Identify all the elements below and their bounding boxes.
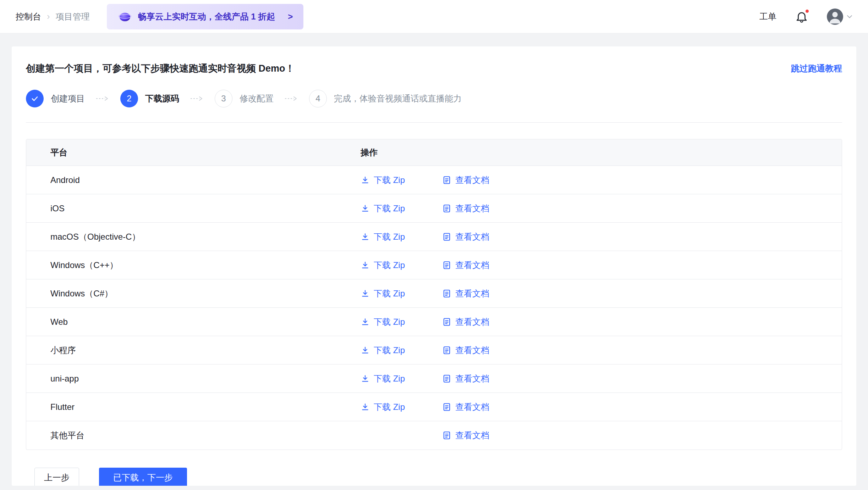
download-zip-label: 下载 Zip (374, 203, 405, 214)
card-footer: 上一步 已下载，下一步 (34, 468, 842, 486)
table-header-row: 平台 操作 (26, 139, 842, 166)
document-icon (442, 317, 451, 327)
view-docs-link[interactable]: 查看文档 (442, 345, 489, 356)
view-docs-link[interactable]: 查看文档 (442, 288, 489, 299)
document-icon (442, 431, 451, 440)
breadcrumb-separator-icon: › (47, 11, 50, 22)
avatar (827, 9, 843, 25)
view-docs-label: 查看文档 (455, 345, 489, 356)
operation-cell: 下载 Zip 查看文档 (361, 174, 842, 186)
download-icon (361, 374, 370, 383)
download-zip-link[interactable]: 下载 Zip (361, 174, 442, 186)
download-zip-link[interactable]: 下载 Zip (361, 288, 442, 299)
download-icon (361, 204, 370, 213)
download-icon (361, 232, 370, 241)
operation-cell: 下载 Zip 查看文档 (361, 203, 842, 214)
view-docs-label: 查看文档 (455, 260, 489, 271)
page: 创建第一个项目，可参考以下步骤快速跑通实时音视频 Demo！ 跳过跑通教程 创建… (0, 33, 868, 490)
download-zip-link[interactable]: 下载 Zip (361, 345, 442, 356)
view-docs-link[interactable]: 查看文档 (442, 373, 489, 384)
document-icon (442, 346, 451, 355)
operation-cell: 下载 Zip 查看文档 (361, 373, 842, 384)
step-create-project: 创建项目 (26, 90, 85, 107)
document-icon (442, 204, 451, 213)
download-zip-link[interactable]: 下载 Zip (361, 401, 442, 413)
download-zip-link[interactable]: 下载 Zip (361, 373, 442, 384)
operation-cell: 下载 Zip 查看文档 (361, 316, 842, 328)
download-zip-label: 下载 Zip (374, 231, 405, 243)
platform-name: Flutter (26, 402, 361, 412)
user-menu[interactable] (827, 9, 852, 25)
promo-banner-text: 畅享云上实时互动，全线产品 1 折起 (138, 11, 275, 22)
step-arrow-icon (190, 96, 204, 101)
step-arrow-icon (95, 96, 110, 101)
download-icon (361, 346, 370, 355)
download-zip-label: 下载 Zip (374, 373, 405, 384)
column-header-operation: 操作 (361, 147, 842, 158)
promo-planet-icon (117, 9, 132, 24)
guide-title: 创建第一个项目，可参考以下步骤快速跑通实时音视频 Demo！ (26, 62, 295, 75)
download-icon (361, 176, 370, 185)
step-label-modify-config: 修改配置 (240, 93, 274, 104)
view-docs-link[interactable]: 查看文档 (442, 316, 489, 328)
view-docs-label: 查看文档 (455, 316, 489, 328)
table-body: Android 下载 Zip 查看文档 iOS (26, 166, 842, 450)
download-zip-label: 下载 Zip (374, 260, 405, 271)
download-zip-label: 下载 Zip (374, 288, 405, 299)
breadcrumb: 控制台 › 项目管理 (16, 11, 90, 22)
step-download-source: 2 下载源码 (120, 90, 179, 107)
view-docs-link[interactable]: 查看文档 (442, 203, 489, 214)
download-zip-label: 下载 Zip (374, 345, 405, 356)
step-number-4: 4 (309, 90, 327, 107)
promo-banner[interactable]: 畅享云上实时互动，全线产品 1 折起 > (107, 4, 304, 29)
download-zip-link[interactable]: 下载 Zip (361, 260, 442, 271)
operation-cell: 下载 Zip 查看文档 (361, 401, 842, 413)
view-docs-link[interactable]: 查看文档 (442, 430, 489, 441)
skip-tutorial-link[interactable]: 跳过跑通教程 (791, 63, 842, 74)
download-zip-link[interactable]: 下载 Zip (361, 231, 442, 243)
step-modify-config: 3 修改配置 (215, 90, 274, 107)
document-icon (442, 232, 451, 241)
view-docs-label: 查看文档 (455, 373, 489, 384)
previous-step-button[interactable]: 上一步 (34, 468, 79, 486)
view-docs-label: 查看文档 (455, 430, 489, 441)
topbar-right: 工单 (759, 9, 852, 25)
platform-name: iOS (26, 204, 361, 213)
operation-cell: 下载 Zip 查看文档 (361, 430, 842, 441)
platform-name: uni-app (26, 374, 361, 384)
table-row: Flutter 下载 Zip 查看文档 (26, 393, 842, 421)
platform-table: 平台 操作 Android 下载 Zip 查看文档 iOS (26, 139, 842, 450)
download-zip-label: 下载 Zip (374, 401, 405, 413)
step-done-check-icon (26, 90, 44, 107)
ticket-link[interactable]: 工单 (759, 11, 776, 22)
downloaded-next-step-button[interactable]: 已下载，下一步 (99, 468, 187, 486)
download-icon (361, 317, 370, 327)
notification-bell-icon[interactable] (795, 10, 808, 23)
platform-name: 其他平台 (26, 430, 361, 441)
view-docs-link[interactable]: 查看文档 (442, 174, 489, 186)
notification-dot (804, 9, 810, 14)
chevron-down-icon (847, 15, 852, 18)
step-label-finish: 完成，体验音视频通话或直播能力 (334, 93, 462, 104)
view-docs-link[interactable]: 查看文档 (442, 231, 489, 243)
table-row: 其他平台 下载 Zip 查看文档 (26, 421, 842, 450)
view-docs-link[interactable]: 查看文档 (442, 401, 489, 413)
promo-banner-arrow: > (288, 12, 293, 22)
download-zip-link[interactable]: 下载 Zip (361, 203, 442, 214)
topbar: 控制台 › 项目管理 畅享云上实时互动，全线产品 1 折起 > 工单 (0, 0, 868, 33)
document-icon (442, 374, 451, 383)
view-docs-label: 查看文档 (455, 174, 489, 186)
table-row: iOS 下载 Zip 查看文档 (26, 194, 842, 223)
operation-cell: 下载 Zip 查看文档 (361, 288, 842, 299)
view-docs-link[interactable]: 查看文档 (442, 260, 489, 271)
platform-name: Windows（C++） (26, 260, 361, 271)
download-zip-link[interactable]: 下载 Zip (361, 316, 442, 328)
breadcrumb-item-console[interactable]: 控制台 (16, 11, 41, 22)
table-row: Android 下载 Zip 查看文档 (26, 166, 842, 194)
operation-cell: 下载 Zip 查看文档 (361, 231, 842, 243)
table-row: Windows（C++） 下载 Zip 查看文档 (26, 251, 842, 279)
step-finish: 4 完成，体验音视频通话或直播能力 (309, 90, 462, 107)
column-header-platform: 平台 (26, 147, 361, 158)
platform-name: Android (26, 175, 361, 185)
platform-name: macOS（Objective-C） (26, 231, 361, 243)
